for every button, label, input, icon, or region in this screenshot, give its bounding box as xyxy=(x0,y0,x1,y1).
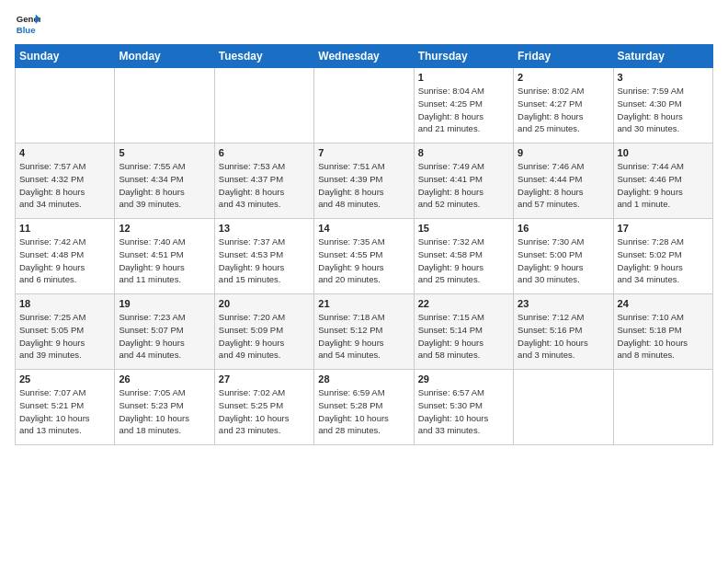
day-info: Sunrise: 8:04 AM Sunset: 4:25 PM Dayligh… xyxy=(418,85,509,135)
calendar-table: SundayMondayTuesdayWednesdayThursdayFrid… xyxy=(15,44,713,445)
calendar-cell: 5Sunrise: 7:55 AM Sunset: 4:34 PM Daylig… xyxy=(115,144,214,219)
logo-icon: General Blue xyxy=(15,11,40,37)
calendar-cell: 7Sunrise: 7:51 AM Sunset: 4:39 PM Daylig… xyxy=(314,144,414,219)
calendar-cell: 16Sunrise: 7:30 AM Sunset: 5:00 PM Dayli… xyxy=(514,219,613,294)
column-header-wednesday: Wednesday xyxy=(314,45,414,68)
day-info: Sunrise: 7:02 AM Sunset: 5:25 PM Dayligh… xyxy=(219,386,310,437)
day-info: Sunrise: 7:30 AM Sunset: 5:00 PM Dayligh… xyxy=(518,236,609,286)
day-number: 26 xyxy=(119,373,210,385)
calendar-cell: 13Sunrise: 7:37 AM Sunset: 4:53 PM Dayli… xyxy=(214,219,313,294)
day-number: 1 xyxy=(418,72,509,83)
day-info: Sunrise: 7:53 AM Sunset: 4:37 PM Dayligh… xyxy=(219,160,310,211)
day-info: Sunrise: 7:55 AM Sunset: 4:34 PM Dayligh… xyxy=(119,160,210,211)
calendar-cell: 4Sunrise: 7:57 AM Sunset: 4:32 PM Daylig… xyxy=(16,144,115,219)
day-info: Sunrise: 7:15 AM Sunset: 5:14 PM Dayligh… xyxy=(418,311,509,362)
calendar-cell: 25Sunrise: 7:07 AM Sunset: 5:21 PM Dayli… xyxy=(16,370,115,445)
calendar-cell: 10Sunrise: 7:44 AM Sunset: 4:46 PM Dayli… xyxy=(613,144,712,219)
calendar-cell: 28Sunrise: 6:59 AM Sunset: 5:28 PM Dayli… xyxy=(314,370,414,445)
day-info: Sunrise: 7:32 AM Sunset: 4:58 PM Dayligh… xyxy=(418,236,509,286)
day-number: 27 xyxy=(219,373,310,385)
day-info: Sunrise: 7:07 AM Sunset: 5:21 PM Dayligh… xyxy=(19,386,110,437)
calendar-week-row: 11Sunrise: 7:42 AM Sunset: 4:48 PM Dayli… xyxy=(16,219,713,294)
svg-text:Blue: Blue xyxy=(17,25,36,35)
calendar-cell xyxy=(16,68,115,144)
calendar-cell xyxy=(314,68,414,144)
calendar-cell: 8Sunrise: 7:49 AM Sunset: 4:41 PM Daylig… xyxy=(414,144,513,219)
calendar-cell: 3Sunrise: 7:59 AM Sunset: 4:30 PM Daylig… xyxy=(613,68,712,144)
day-info: Sunrise: 7:57 AM Sunset: 4:32 PM Dayligh… xyxy=(19,160,110,211)
day-info: Sunrise: 7:10 AM Sunset: 5:18 PM Dayligh… xyxy=(618,311,709,362)
day-number: 7 xyxy=(318,147,409,158)
day-number: 6 xyxy=(219,147,310,158)
day-number: 3 xyxy=(618,72,709,83)
calendar-cell: 27Sunrise: 7:02 AM Sunset: 5:25 PM Dayli… xyxy=(214,370,313,445)
day-number: 16 xyxy=(518,223,609,234)
day-number: 13 xyxy=(219,223,310,234)
column-header-monday: Monday xyxy=(115,45,214,68)
page-header: General Blue xyxy=(15,11,713,37)
logo: General Blue xyxy=(15,11,40,37)
calendar-cell: 6Sunrise: 7:53 AM Sunset: 4:37 PM Daylig… xyxy=(214,144,313,219)
calendar-cell: 22Sunrise: 7:15 AM Sunset: 5:14 PM Dayli… xyxy=(414,294,513,370)
calendar-cell: 1Sunrise: 8:04 AM Sunset: 4:25 PM Daylig… xyxy=(414,68,513,144)
day-number: 5 xyxy=(119,147,210,158)
day-number: 14 xyxy=(318,223,409,234)
calendar-week-row: 18Sunrise: 7:25 AM Sunset: 5:05 PM Dayli… xyxy=(16,294,713,370)
calendar-cell xyxy=(115,68,214,144)
day-number: 19 xyxy=(119,298,210,309)
calendar-cell xyxy=(514,370,613,445)
day-info: Sunrise: 7:44 AM Sunset: 4:46 PM Dayligh… xyxy=(618,160,709,211)
day-number: 12 xyxy=(119,223,210,234)
column-header-tuesday: Tuesday xyxy=(214,45,313,68)
column-header-thursday: Thursday xyxy=(414,45,513,68)
calendar-cell xyxy=(214,68,313,144)
day-number: 2 xyxy=(518,72,609,83)
day-info: Sunrise: 7:20 AM Sunset: 5:09 PM Dayligh… xyxy=(219,311,310,362)
calendar-cell: 29Sunrise: 6:57 AM Sunset: 5:30 PM Dayli… xyxy=(414,370,513,445)
day-number: 17 xyxy=(618,223,709,234)
column-header-saturday: Saturday xyxy=(613,45,712,68)
calendar-header-row: SundayMondayTuesdayWednesdayThursdayFrid… xyxy=(16,45,713,68)
day-info: Sunrise: 7:05 AM Sunset: 5:23 PM Dayligh… xyxy=(119,386,210,437)
calendar-cell: 2Sunrise: 8:02 AM Sunset: 4:27 PM Daylig… xyxy=(514,68,613,144)
calendar-cell: 14Sunrise: 7:35 AM Sunset: 4:55 PM Dayli… xyxy=(314,219,414,294)
calendar-week-row: 25Sunrise: 7:07 AM Sunset: 5:21 PM Dayli… xyxy=(16,370,713,445)
day-number: 29 xyxy=(418,373,509,385)
day-info: Sunrise: 7:59 AM Sunset: 4:30 PM Dayligh… xyxy=(618,85,709,135)
day-info: Sunrise: 6:57 AM Sunset: 5:30 PM Dayligh… xyxy=(418,386,509,437)
day-number: 15 xyxy=(418,223,509,234)
day-info: Sunrise: 7:49 AM Sunset: 4:41 PM Dayligh… xyxy=(418,160,509,211)
column-header-sunday: Sunday xyxy=(16,45,115,68)
day-info: Sunrise: 7:18 AM Sunset: 5:12 PM Dayligh… xyxy=(318,311,409,362)
day-number: 10 xyxy=(618,147,709,158)
day-info: Sunrise: 7:46 AM Sunset: 4:44 PM Dayligh… xyxy=(518,160,609,211)
day-number: 28 xyxy=(318,373,409,385)
calendar-week-row: 1Sunrise: 8:04 AM Sunset: 4:25 PM Daylig… xyxy=(16,68,713,144)
day-info: Sunrise: 7:40 AM Sunset: 4:51 PM Dayligh… xyxy=(119,236,210,286)
day-number: 23 xyxy=(518,298,609,309)
calendar-cell: 18Sunrise: 7:25 AM Sunset: 5:05 PM Dayli… xyxy=(16,294,115,370)
day-number: 18 xyxy=(19,298,110,309)
day-number: 22 xyxy=(418,298,509,309)
day-number: 21 xyxy=(318,298,409,309)
calendar-cell: 26Sunrise: 7:05 AM Sunset: 5:23 PM Dayli… xyxy=(115,370,214,445)
column-header-friday: Friday xyxy=(514,45,613,68)
day-number: 20 xyxy=(219,298,310,309)
day-number: 24 xyxy=(618,298,709,309)
calendar-cell: 21Sunrise: 7:18 AM Sunset: 5:12 PM Dayli… xyxy=(314,294,414,370)
day-info: Sunrise: 7:12 AM Sunset: 5:16 PM Dayligh… xyxy=(518,311,609,362)
day-info: Sunrise: 7:51 AM Sunset: 4:39 PM Dayligh… xyxy=(318,160,409,211)
day-info: Sunrise: 7:28 AM Sunset: 5:02 PM Dayligh… xyxy=(618,236,709,286)
day-number: 11 xyxy=(19,223,110,234)
calendar-cell: 11Sunrise: 7:42 AM Sunset: 4:48 PM Dayli… xyxy=(16,219,115,294)
calendar-week-row: 4Sunrise: 7:57 AM Sunset: 4:32 PM Daylig… xyxy=(16,144,713,219)
day-info: Sunrise: 7:23 AM Sunset: 5:07 PM Dayligh… xyxy=(119,311,210,362)
day-number: 25 xyxy=(19,373,110,385)
day-info: Sunrise: 8:02 AM Sunset: 4:27 PM Dayligh… xyxy=(518,85,609,135)
day-info: Sunrise: 7:35 AM Sunset: 4:55 PM Dayligh… xyxy=(318,236,409,286)
calendar-cell: 12Sunrise: 7:40 AM Sunset: 4:51 PM Dayli… xyxy=(115,219,214,294)
calendar-cell: 9Sunrise: 7:46 AM Sunset: 4:44 PM Daylig… xyxy=(514,144,613,219)
day-number: 8 xyxy=(418,147,509,158)
day-info: Sunrise: 7:37 AM Sunset: 4:53 PM Dayligh… xyxy=(219,236,310,286)
calendar-cell xyxy=(613,370,712,445)
